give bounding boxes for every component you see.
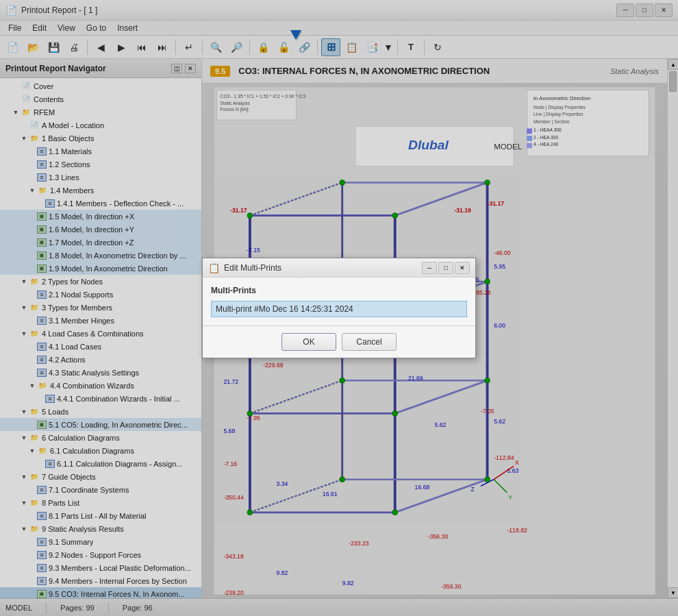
modal-list-item[interactable]: Multi-print #Mo Dec 16 14:25:31 2024 xyxy=(211,301,467,317)
modal-ok-button[interactable]: OK xyxy=(281,333,336,351)
modal-content-area: Multi-Prints Multi-print #Mo Dec 16 14:2… xyxy=(203,278,475,325)
modal-title-group: 📋 Edit Multi-Prints xyxy=(208,262,281,273)
modal-icon: 📋 xyxy=(208,262,220,273)
modal-overlay[interactable]: 📋 Edit Multi-Prints ─ □ ✕ Multi-Prints M… xyxy=(0,0,678,616)
modal-title-text: Edit Multi-Prints xyxy=(224,263,281,273)
edit-multiprints-dialog: 📋 Edit Multi-Prints ─ □ ✕ Multi-Prints M… xyxy=(202,258,476,358)
modal-window-controls: ─ □ ✕ xyxy=(422,262,470,274)
modal-close-button[interactable]: ✕ xyxy=(455,262,470,274)
modal-minimize-button[interactable]: ─ xyxy=(422,262,437,274)
modal-titlebar: 📋 Edit Multi-Prints ─ □ ✕ xyxy=(203,258,475,278)
modal-footer: OK Cancel xyxy=(203,325,475,358)
modal-section-label: Multi-Prints xyxy=(211,286,467,295)
modal-cancel-button[interactable]: Cancel xyxy=(342,333,397,351)
modal-maximize-button[interactable]: □ xyxy=(438,262,453,274)
